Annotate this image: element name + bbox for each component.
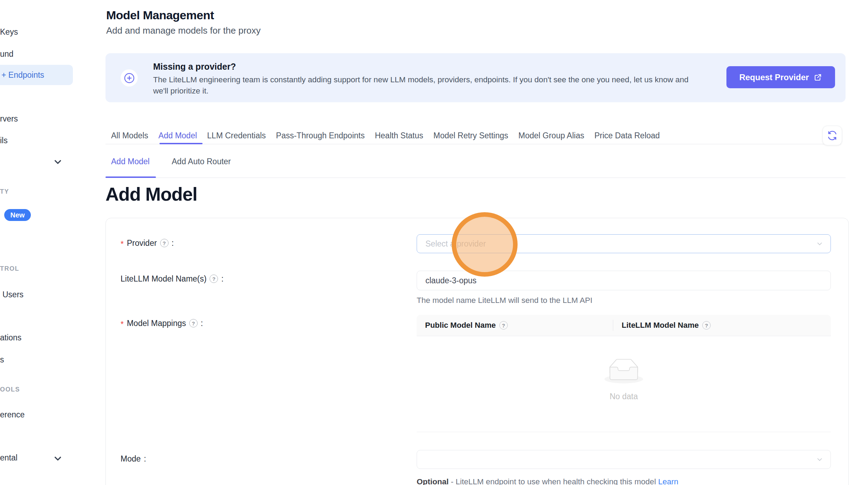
litellm-name-input[interactable] [417,271,831,290]
model-management-screen: Keys und + Endpoints rvers ils TY New TR… [0,0,868,485]
sidebar-item-experimental[interactable]: ental [0,454,18,462]
column-litellm-model-name: LiteLLM Model Name ? [613,321,711,330]
column-public-model-name: Public Model Name ? [417,321,613,330]
tab-all-models[interactable]: All Models [111,131,148,140]
sidebar-item-guardrails[interactable]: ils [0,137,8,145]
model-mappings-body: No data [417,336,831,432]
chevron-down-icon[interactable] [53,157,63,167]
tab-llm-credentials[interactable]: LLM Credentials [207,131,266,140]
litellm-name-label: LiteLLM Model Name(s) ? : [121,275,224,283]
help-glyph: ? [705,323,708,328]
refresh-icon [827,131,837,140]
label-colon: : [221,275,223,283]
provider-select-placeholder: Select a provider [425,239,816,249]
page-subtitle: Add and manage models for the proxy [106,26,261,35]
sidebar-item-organizations[interactable]: ations [0,334,21,342]
help-icon[interactable]: ? [189,319,198,327]
litellm-name-field-wrap [417,271,831,290]
sidebar-item-inference[interactable]: erence [0,411,25,419]
sidebar-item-virtual-keys[interactable]: Keys [0,28,18,36]
help-glyph: ? [212,276,216,282]
sidebar-section-header-access-control: TROL [0,265,19,272]
chevron-down-icon[interactable] [53,453,63,464]
model-mappings-table: Public Model Name ? LiteLLM Model Name ? [417,315,831,432]
chevron-down-icon [816,456,823,463]
help-icon[interactable]: ? [702,321,711,330]
no-data-text: No data [610,393,638,401]
help-glyph: ? [163,241,166,246]
help-icon[interactable]: ? [499,321,508,330]
column-label: LiteLLM Model Name [622,321,699,330]
plus-circle-badge [121,69,138,86]
label-colon: : [201,319,203,327]
request-provider-button[interactable]: Request Provider [726,66,835,88]
model-tabs: All Models Add Model LLM Credentials Pas… [111,131,660,140]
litellm-name-label-text: LiteLLM Model Name(s) [121,275,206,283]
help-glyph: ? [192,321,195,326]
sidebar-item-mcp-servers[interactable]: rvers [0,115,18,123]
label-colon: : [172,239,174,247]
add-model-form-card: * Provider ? : Select a provider LiteLLM… [105,218,849,485]
banner-title: Missing a provider? [153,62,236,71]
litellm-name-helper: The model name LiteLLM will send to the … [417,297,593,305]
required-asterisk: * [121,240,124,248]
label-colon: : [144,455,146,463]
mode-helper-text: - LiteLLM endpoint to use when health ch… [451,477,656,485]
column-label: Public Model Name [425,321,496,330]
tab-model-group-alias[interactable]: Model Group Alias [518,131,584,140]
new-badge-label: New [10,211,25,219]
empty-state: No data [417,359,831,401]
help-icon[interactable]: ? [160,239,169,247]
provider-select[interactable]: Select a provider [417,234,831,253]
new-badge: New [4,209,31,221]
required-asterisk: * [121,320,124,328]
model-mappings-label-text: Model Mappings [127,319,186,327]
sidebar-item-internal-users[interactable]: Users [2,291,23,299]
tab-pass-through-endpoints[interactable]: Pass-Through Endpoints [276,131,365,140]
sidebar-item-teams[interactable]: s [0,356,4,364]
sidebar-section-header: TY [0,188,9,195]
banner-text-line1: The LiteLLM engineering team is constant… [153,76,689,84]
add-model-heading: Add Model [105,185,197,203]
plus-circle-icon [123,72,135,84]
refresh-button[interactable] [822,126,842,145]
help-glyph: ? [502,323,505,328]
tab-add-model[interactable]: Add Model [158,131,197,140]
sidebar-item-playground[interactable]: und [0,50,13,58]
provider-label: * Provider ? : [121,239,174,247]
tab-price-data-reload[interactable]: Price Data Reload [594,131,660,140]
request-provider-label: Request Provider [739,72,809,82]
page-title: Model Management [106,9,214,21]
mode-label: Mode : [121,455,146,463]
mode-helper-optional: Optional [417,477,449,485]
help-icon[interactable]: ? [210,275,218,283]
banner-text-line2: we'll prioritize it. [153,87,209,95]
empty-inbox-icon [604,359,643,383]
subtab-add-auto-router[interactable]: Add Auto Router [172,158,231,166]
active-subtab-underline [105,176,156,178]
provider-label-text: Provider [127,239,157,247]
active-tab-underline [159,143,203,144]
learn-more-link[interactable]: Learn [658,477,678,485]
model-mappings-label: * Model Mappings ? : [121,319,203,327]
missing-provider-banner: Missing a provider? The LiteLLM engineer… [105,53,846,102]
subtab-add-model[interactable]: Add Model [111,158,150,166]
sidebar-item-models-endpoints-label[interactable]: + Endpoints [1,71,44,79]
mode-helper: Optional - LiteLLM endpoint to use when … [417,478,678,485]
model-mappings-header: Public Model Name ? LiteLLM Model Name ? [417,315,831,336]
subtabbar-divider [105,178,846,178]
mode-label-text: Mode [121,455,141,463]
tabbar-divider [105,144,841,144]
chevron-down-icon [816,240,823,248]
mode-select[interactable] [417,450,831,469]
external-link-icon [814,73,822,82]
sidebar-section-header-tools: OOLS [0,386,20,393]
tab-model-retry-settings[interactable]: Model Retry Settings [433,131,508,140]
tab-health-status[interactable]: Health Status [375,131,423,140]
